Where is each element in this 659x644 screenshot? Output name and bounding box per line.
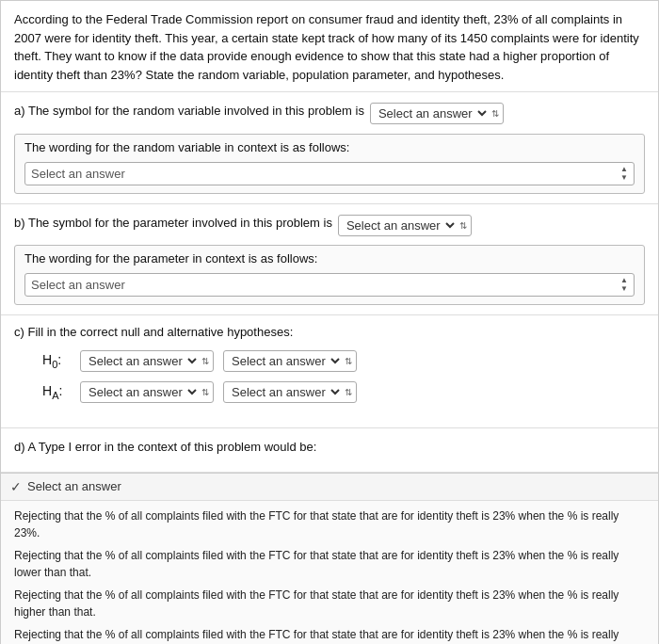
ha-select1-arrow-icon: ⇅: [201, 387, 209, 397]
ha-select2-arrow-icon: ⇅: [345, 387, 352, 397]
section-a: a) The symbol for the random variable in…: [1, 92, 658, 204]
ha-select2[interactable]: Select an answer = 0.23 < 0.23 > 0.23 ≠ …: [228, 384, 343, 400]
up-arrow-b-icon: ▲: [620, 277, 628, 284]
intro-text: According to the Federal Trade Commissio…: [14, 12, 639, 82]
section-b-label-row: b) The symbol for the parameter involved…: [14, 214, 645, 238]
dropdown-list: Rejecting that the % of all complaints f…: [1, 501, 658, 645]
random-variable-select-wrapper[interactable]: Select an answer p̂ p x̄ μ ⇅: [370, 103, 504, 124]
section-d: d) A Type I error in the context of this…: [1, 428, 658, 473]
wording-select-row-b: Select an answer ▲ ▼: [15, 269, 644, 304]
random-variable-select[interactable]: Select an answer p̂ p x̄ μ: [375, 105, 490, 121]
h0-select1[interactable]: Select an answer p p̂ μ: [85, 353, 200, 369]
h0-symbol: H0:: [42, 352, 71, 370]
wording-box-label-b: The wording for the parameter in context…: [15, 246, 644, 269]
up-arrow-icon: ▲: [620, 166, 628, 173]
dropdown-item[interactable]: Rejecting that the % of all complaints f…: [1, 505, 658, 544]
section-c: c) Fill in the correct null and alternat…: [1, 315, 658, 428]
parameter-wording-box: The wording for the parameter in context…: [14, 245, 645, 305]
wording-box-label-a: The wording for the random variable in c…: [15, 135, 644, 158]
wording-select-a[interactable]: Select an answer ▲ ▼: [24, 162, 635, 185]
wording-select-placeholder-b: Select an answer: [31, 278, 125, 292]
h0-select2[interactable]: Select an answer = 0.23 < 0.23 > 0.23 ≠ …: [228, 353, 343, 369]
param-select-arrow-icon: ⇅: [459, 220, 467, 231]
section-c-label: c) Fill in the correct null and alternat…: [14, 325, 645, 339]
ha-symbol: HA:: [42, 383, 71, 401]
ha-select1-wrapper[interactable]: Select an answer p p̂ μ ⇅: [80, 381, 214, 403]
h0-select2-arrow-icon: ⇅: [345, 356, 352, 366]
section-a-label-row: a) The symbol for the random variable in…: [14, 102, 645, 126]
wording-select-arrow-b: ▲ ▼: [620, 277, 628, 293]
h0-select1-arrow-icon: ⇅: [201, 356, 209, 366]
ha-select1[interactable]: Select an answer p p̂ μ: [85, 384, 200, 400]
section-b: b) The symbol for the parameter involved…: [1, 204, 658, 316]
parameter-select-wrapper[interactable]: Select an answer p̂ p x̄ μ ⇅: [338, 215, 472, 236]
intro-section: According to the Federal Trade Commissio…: [1, 1, 658, 92]
section-b-label: b) The symbol for the parameter involved…: [14, 214, 332, 233]
select-arrow-icon: ⇅: [491, 108, 499, 119]
section-d-label: d) A Type I error in the context of this…: [14, 438, 645, 457]
down-arrow-b-icon: ▼: [620, 285, 628, 293]
dropdown-answer-section: ✓ Select an answer Rejecting that the % …: [1, 473, 658, 645]
h0-row: H0: Select an answer p p̂ μ ⇅ Select an …: [14, 350, 645, 372]
ha-select2-wrapper[interactable]: Select an answer = 0.23 < 0.23 > 0.23 ≠ …: [223, 381, 357, 403]
dropdown-item[interactable]: Rejecting that the % of all complaints f…: [1, 584, 658, 623]
wording-select-b[interactable]: Select an answer ▲ ▼: [24, 273, 635, 297]
parameter-select[interactable]: Select an answer p̂ p x̄ μ: [343, 217, 458, 233]
checkmark-icon: ✓: [10, 479, 22, 494]
dropdown-item[interactable]: Rejecting that the % of all complaints f…: [1, 544, 658, 584]
wording-select-placeholder-a: Select an answer: [31, 167, 125, 181]
random-variable-wording-box: The wording for the random variable in c…: [14, 134, 645, 194]
wording-select-arrow-a: ▲ ▼: [620, 166, 628, 182]
page-container: According to the Federal Trade Commissio…: [0, 0, 659, 644]
h0-select2-wrapper[interactable]: Select an answer = 0.23 < 0.23 > 0.23 ≠ …: [223, 350, 357, 372]
down-arrow-icon: ▼: [620, 174, 628, 182]
ha-row: HA: Select an answer p p̂ μ ⇅ Select an …: [14, 381, 645, 403]
section-a-label: a) The symbol for the random variable in…: [14, 102, 364, 121]
wording-select-row-a: Select an answer ▲ ▼: [15, 158, 644, 193]
ha-sub: A: [52, 390, 58, 401]
dropdown-check-label: Select an answer: [27, 479, 121, 493]
dropdown-check-row: ✓ Select an answer: [1, 474, 658, 501]
h0-sub: 0: [52, 359, 57, 370]
dropdown-item[interactable]: Rejecting that the % of all complaints f…: [1, 623, 658, 645]
h0-select1-wrapper[interactable]: Select an answer p p̂ μ ⇅: [80, 350, 214, 372]
